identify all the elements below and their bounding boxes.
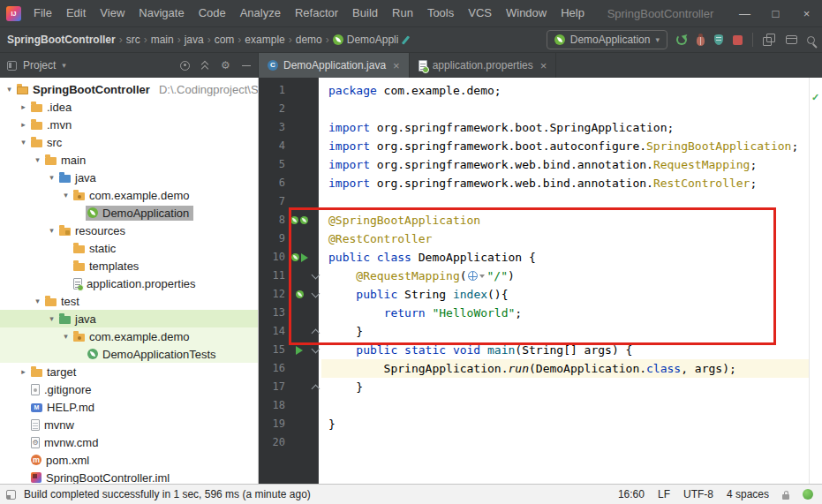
menu-item-run[interactable]: Run — [385, 0, 420, 26]
tree-item[interactable]: pom.xml — [0, 451, 258, 469]
line-number[interactable]: 7 — [259, 192, 289, 211]
chevron-right-icon[interactable]: ▸ — [18, 367, 29, 376]
fold-up-icon[interactable] — [312, 384, 321, 393]
menu-item-refactor[interactable]: Refactor — [288, 0, 345, 26]
tree-item[interactable]: DemoApplication — [0, 204, 258, 222]
minimize-button[interactable]: — — [729, 0, 760, 26]
editor-line[interactable]: 4import org.springframework.boot.autocon… — [259, 137, 809, 155]
breadcrumb-item[interactable]: demo — [296, 34, 322, 46]
indent-setting[interactable]: 4 spaces — [727, 488, 769, 500]
editor-line[interactable]: 12 public String index(){ — [259, 285, 809, 304]
maximize-button[interactable]: □ — [760, 0, 791, 26]
fold-column[interactable] — [310, 378, 321, 396]
menu-item-tools[interactable]: Tools — [420, 0, 461, 26]
editor-line[interactable]: 17 } — [259, 378, 809, 396]
line-number[interactable]: 5 — [259, 155, 289, 174]
breadcrumb-item[interactable]: main — [151, 34, 174, 46]
menu-item-code[interactable]: Code — [192, 0, 233, 26]
breadcrumb-item[interactable]: com — [215, 34, 235, 46]
close-button[interactable]: × — [791, 0, 822, 26]
tree-item[interactable]: .gitignore — [0, 380, 258, 398]
tree-item[interactable]: ▾com.example.demo — [0, 186, 258, 204]
bean-marker-icon[interactable] — [290, 216, 298, 224]
tree-item[interactable]: templates — [0, 257, 258, 275]
line-separator[interactable]: LF — [658, 488, 670, 500]
close-icon[interactable]: × — [393, 60, 400, 71]
edit-pencil-icon[interactable] — [402, 35, 410, 44]
editor-line[interactable]: 11 @RequestMapping("/") — [259, 267, 809, 285]
tree-item[interactable]: ▾main — [0, 151, 258, 169]
debug-icon[interactable] — [697, 36, 705, 46]
rerun-icon[interactable] — [676, 34, 687, 45]
tree-item[interactable]: HELP.md — [0, 398, 258, 416]
menu-item-help[interactable]: Help — [554, 0, 592, 26]
line-number[interactable]: 20 — [259, 433, 289, 452]
hide-icon[interactable] — [242, 60, 251, 71]
chevron-down-icon[interactable]: ▾ — [18, 138, 29, 147]
menu-item-navigate[interactable]: Navigate — [132, 0, 191, 26]
tree-item[interactable]: mvnw — [0, 416, 258, 433]
run-marker-icon[interactable] — [301, 253, 308, 262]
breadcrumb-item[interactable]: java — [185, 34, 204, 46]
line-number[interactable]: 15 — [259, 341, 289, 359]
editor-line[interactable]: 1package com.example.demo; — [259, 81, 809, 100]
editor-line[interactable]: 10public class DemoApplication { — [259, 248, 809, 267]
line-number[interactable]: 2 — [259, 100, 289, 118]
fold-column[interactable] — [310, 267, 321, 285]
fold-column[interactable] — [310, 341, 321, 359]
line-number[interactable]: 10 — [259, 248, 289, 267]
editor-tab[interactable]: application.properties× — [410, 53, 557, 78]
editor-line[interactable]: 7 — [259, 192, 809, 211]
project-panel-title[interactable]: Project — [23, 59, 56, 71]
menu-item-build[interactable]: Build — [345, 0, 385, 26]
folders-icon[interactable] — [763, 37, 772, 46]
line-number[interactable]: 17 — [259, 378, 289, 396]
chevron-down-icon[interactable]: ▾ — [60, 191, 72, 199]
readonly-lock-icon[interactable] — [782, 494, 789, 500]
line-number[interactable]: 12 — [259, 285, 289, 304]
tree-item[interactable]: static — [0, 239, 258, 257]
fold-down-icon[interactable] — [312, 270, 321, 279]
encoding[interactable]: UTF-8 — [683, 488, 713, 500]
editor-line[interactable]: 8@SpringBootApplication — [259, 211, 809, 229]
editor-line[interactable]: 16 SpringApplication.run(DemoApplication… — [259, 359, 809, 378]
breadcrumb-item[interactable]: example — [245, 34, 284, 46]
fold-column[interactable] — [310, 285, 321, 304]
stop-icon[interactable] — [733, 35, 743, 45]
line-number[interactable]: 11 — [259, 267, 289, 285]
line-number[interactable]: 1 — [259, 81, 289, 100]
line-number[interactable]: 6 — [259, 174, 289, 192]
breadcrumb-item[interactable]: SpringBootController — [7, 34, 116, 46]
tree-item[interactable]: ▸.mvn — [0, 116, 258, 133]
tree-item[interactable]: ▾SpringBootControllerD:\.Codingproject\S — [0, 80, 258, 98]
editor-line[interactable]: 19} — [259, 415, 809, 433]
menu-item-edit[interactable]: Edit — [59, 0, 93, 26]
line-number[interactable]: 13 — [259, 304, 289, 322]
tree-item[interactable]: ▾java — [0, 310, 258, 327]
menu-item-file[interactable]: File — [26, 0, 59, 26]
fold-column[interactable] — [310, 322, 321, 341]
run-marker-icon[interactable] — [296, 346, 303, 355]
locate-icon[interactable] — [180, 61, 190, 71]
line-number[interactable]: 3 — [259, 118, 289, 137]
tree-item[interactable]: ▸target — [0, 363, 258, 380]
editor-line[interactable]: 18 — [259, 396, 809, 415]
fold-down-icon[interactable] — [312, 344, 321, 353]
editor[interactable]: 1package com.example.demo;23import org.s… — [259, 78, 822, 484]
menu-item-window[interactable]: Window — [499, 0, 554, 26]
tree-item[interactable]: ▸.idea — [0, 98, 258, 116]
menu-item-view[interactable]: View — [93, 0, 132, 26]
caret-position[interactable]: 16:60 — [618, 488, 645, 500]
chevron-down-icon[interactable]: ▾ — [32, 155, 43, 164]
tree-item[interactable]: DemoApplicationTests — [0, 345, 258, 363]
search-icon[interactable] — [807, 36, 815, 44]
editor-tab[interactable]: DemoApplication.java× — [259, 53, 410, 78]
chevron-down-icon[interactable]: ▾ — [60, 332, 72, 341]
editor-line[interactable]: 9@RestController — [259, 229, 809, 248]
status-message[interactable]: Build completed successfully in 1 sec, 5… — [24, 488, 311, 500]
line-number[interactable]: 8 — [259, 211, 289, 229]
tree-item[interactable]: ▾java — [0, 169, 258, 186]
chevron-down-icon[interactable]: ▾ — [62, 61, 66, 70]
inspections-hector-icon[interactable] — [803, 489, 813, 500]
editor-line[interactable]: 3import org.springframework.boot.SpringA… — [259, 118, 809, 137]
